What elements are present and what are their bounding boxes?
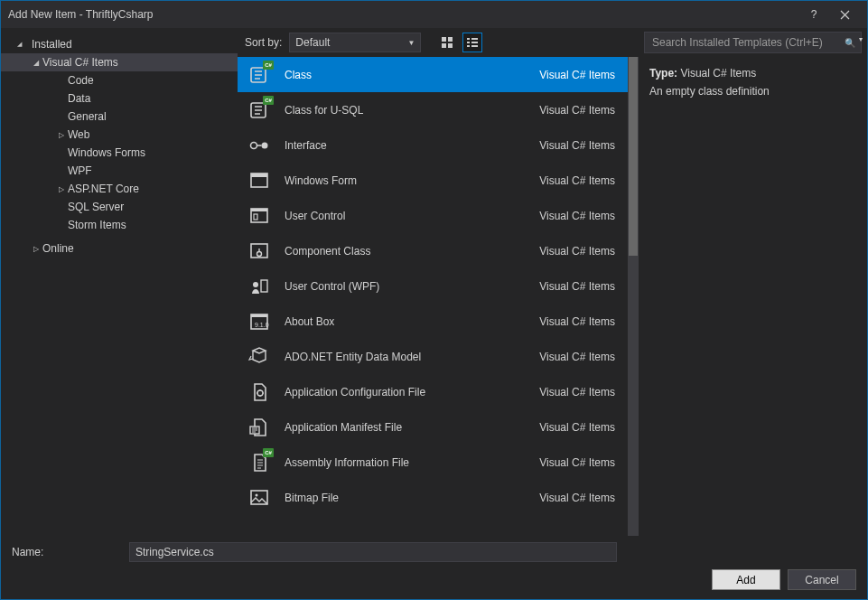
- template-category: Visual C# Items: [539, 210, 615, 222]
- help-button[interactable]: ?: [798, 1, 829, 28]
- svg-rect-23: [261, 280, 267, 292]
- svg-point-13: [262, 142, 268, 148]
- close-button[interactable]: [829, 1, 860, 28]
- add-button[interactable]: Add: [712, 569, 780, 590]
- tree-node[interactable]: ▷ASP.NET Core: [1, 180, 238, 198]
- svg-rect-1: [448, 37, 453, 42]
- template-row[interactable]: Assembly Information FileVisual C# Items: [238, 445, 628, 480]
- svg-rect-7: [471, 42, 478, 43]
- svg-rect-19: [254, 214, 257, 220]
- dialog-body: ◢ Installed ◢Visual C# ItemsCodeDataGene…: [1, 28, 867, 599]
- aboutbox-icon: 9.1.0: [247, 309, 272, 334]
- scrollbar-thumb[interactable]: [629, 57, 638, 256]
- form-icon: [247, 168, 272, 193]
- toolbar: Sort by: Default ▼: [238, 28, 639, 57]
- type-row: Type: Visual C# Items: [649, 64, 856, 82]
- view-grid-button[interactable]: [437, 33, 457, 52]
- collapsed-arrow-icon: ▷: [55, 131, 68, 139]
- template-row[interactable]: Component ClassVisual C# Items: [238, 233, 628, 268]
- tree-node[interactable]: Windows Forms: [1, 144, 238, 162]
- svg-rect-3: [448, 43, 453, 48]
- template-row[interactable]: Windows FormVisual C# Items: [238, 163, 628, 198]
- template-name: User Control: [285, 210, 539, 222]
- sort-by-label: Sort by:: [245, 36, 282, 49]
- search-icon: 🔍: [845, 38, 855, 48]
- template-name: Component Class: [285, 245, 539, 258]
- template-row[interactable]: Application Manifest FileVisual C# Items: [238, 409, 628, 445]
- csharp-badge-icon: [263, 61, 274, 70]
- interface-icon: [247, 133, 272, 158]
- svg-point-22: [253, 282, 258, 287]
- center-panel: Sort by: Default ▼ ClassVisual C# ItemsC…: [238, 28, 639, 536]
- template-name: Assembly Information File: [285, 456, 539, 469]
- template-category: Visual C# Items: [539, 492, 615, 504]
- template-row[interactable]: ClassVisual C# Items: [238, 57, 628, 92]
- template-row[interactable]: ADO.NET Entity Data ModelVisual C# Items: [238, 339, 628, 374]
- tree-node-label: General: [68, 110, 107, 123]
- template-name: Windows Form: [285, 174, 539, 187]
- template-category: Visual C# Items: [539, 139, 615, 152]
- search-bar: Search Installed Templates (Ctrl+E) 🔍 ▾: [639, 28, 867, 57]
- tree-node[interactable]: ▷Online: [1, 239, 238, 258]
- tree-node[interactable]: SQL Server: [1, 198, 238, 216]
- type-label: Type:: [649, 67, 677, 80]
- svg-rect-5: [471, 38, 478, 40]
- collapsed-arrow-icon: ▷: [30, 245, 42, 253]
- tree-node-label: WPF: [68, 164, 92, 177]
- class-usql-icon: [247, 98, 272, 123]
- sort-by-dropdown[interactable]: Default ▼: [289, 33, 421, 52]
- scrollbar[interactable]: [628, 57, 639, 536]
- add-button-label: Add: [736, 574, 755, 586]
- svg-rect-25: [251, 314, 267, 317]
- svg-point-27: [257, 390, 263, 396]
- template-category: Visual C# Items: [539, 456, 615, 469]
- template-row[interactable]: Class for U-SQLVisual C# Items: [238, 92, 628, 127]
- template-row[interactable]: 9.1.0About BoxVisual C# Items: [238, 304, 628, 339]
- type-value: Visual C# Items: [680, 67, 756, 80]
- titlebar: Add New Item - ThriftlyCsharp ?: [1, 1, 867, 28]
- template-name: Application Configuration File: [285, 386, 539, 398]
- svg-rect-18: [251, 209, 267, 211]
- name-input[interactable]: [129, 542, 617, 562]
- svg-rect-2: [442, 43, 446, 48]
- view-list-button[interactable]: [462, 33, 482, 52]
- tree-node[interactable]: Storm Items: [1, 216, 238, 234]
- template-row[interactable]: InterfaceVisual C# Items: [238, 127, 628, 163]
- class-icon: [247, 62, 272, 88]
- window-title: Add New Item - ThriftlyCsharp: [8, 8, 798, 21]
- tree-node-label: Storm Items: [68, 219, 126, 231]
- tree-node-label: SQL Server: [68, 201, 124, 213]
- template-row[interactable]: User ControlVisual C# Items: [238, 198, 628, 233]
- svg-rect-8: [467, 45, 470, 47]
- details-panel: Type: Visual C# Items An empty class def…: [639, 57, 867, 108]
- tree-node-label: Visual C# Items: [42, 56, 118, 69]
- tree-node[interactable]: General: [1, 108, 238, 126]
- tree-node[interactable]: Data: [1, 89, 238, 108]
- usercontrol-icon: [247, 203, 272, 229]
- tree-node[interactable]: Code: [1, 71, 238, 89]
- template-name: Bitmap File: [285, 492, 539, 504]
- tree-node-label: Web: [68, 128, 89, 141]
- cancel-button[interactable]: Cancel: [788, 569, 856, 590]
- cancel-button-label: Cancel: [805, 574, 838, 586]
- tree-node[interactable]: ▷Web: [1, 126, 238, 144]
- tree-node[interactable]: WPF: [1, 162, 238, 180]
- csharp-badge-icon: [263, 96, 274, 105]
- search-placeholder: Search Installed Templates (Ctrl+E): [652, 36, 823, 49]
- search-input[interactable]: Search Installed Templates (Ctrl+E) 🔍 ▾: [644, 32, 862, 53]
- template-name: About Box: [285, 315, 539, 328]
- svg-text:9.1.0: 9.1.0: [255, 322, 269, 328]
- tree-node[interactable]: ◢Visual C# Items: [1, 53, 238, 71]
- tree-node-label: Online: [42, 242, 74, 255]
- template-category: Visual C# Items: [539, 104, 615, 117]
- right-panel: Search Installed Templates (Ctrl+E) 🔍 ▾ …: [639, 28, 867, 536]
- name-label: Name:: [12, 546, 129, 558]
- template-row[interactable]: Bitmap FileVisual C# Items: [238, 480, 628, 515]
- tree-header-installed[interactable]: ◢ Installed: [1, 35, 238, 53]
- template-row[interactable]: User Control (WPF)Visual C# Items: [238, 268, 628, 304]
- template-row[interactable]: Application Configuration FileVisual C# …: [238, 374, 628, 409]
- list-icon: [466, 36, 479, 49]
- ado-icon: [247, 344, 272, 370]
- svg-rect-16: [251, 173, 267, 177]
- template-category: Visual C# Items: [539, 174, 615, 187]
